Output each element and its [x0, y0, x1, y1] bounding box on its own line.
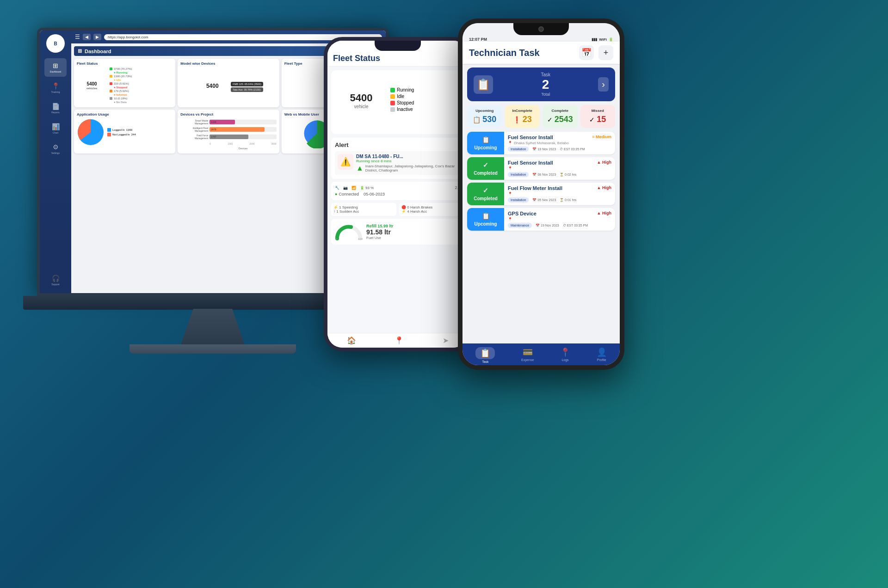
add-icon[interactable]: + — [598, 45, 613, 60]
stat-card-upcoming: Upcoming 📋 530 — [467, 105, 502, 128]
vehicle-icons-row: 🔧 📷 📶 🔋 93 % 2... — [335, 185, 461, 190]
task-date-3: 📅 05 Nov 2023 — [532, 198, 556, 202]
p2-nav-task[interactable]: 📋 Task — [475, 347, 495, 363]
p2-task-summary: 📋 Task 2 Total › — [467, 67, 615, 101]
back-button[interactable]: ◀ — [83, 34, 91, 40]
legend-dot-idle — [110, 75, 112, 78]
legend-nodata: 10 (0.18%) — [110, 97, 132, 100]
task-badge-icon-4: 📋 — [482, 212, 490, 220]
task-item-1[interactable]: 📋 Upcoming Fuel Sensor Install ≡ Medium … — [467, 132, 615, 154]
fuel-gauge-svg: 0 100 — [335, 222, 363, 241]
task-badge-label-2: Completed — [474, 171, 498, 176]
task-date-4: 📅 19 Nov 2023 — [536, 224, 559, 227]
gps-status-label: Connected — [339, 192, 359, 196]
incomplete-icon: ❗ — [513, 116, 521, 123]
fuel-value: 91.58 ltr — [366, 228, 394, 236]
legend-stopped-label: ● Stopped — [110, 86, 132, 89]
p1-title: Fleet Status — [333, 54, 462, 63]
model-wise-card: Model wise Devices — [178, 59, 279, 107]
gps-status-icon: ● — [335, 192, 337, 196]
task-meta-1: Installation 📅 19 Nov 2023 ⏱ EST 03:35 P… — [508, 147, 611, 152]
vehicle-stats: ● Connected 05-06-2023 — [335, 192, 461, 196]
task-top-3: Fuel Flow Meter Install ▲ High — [508, 185, 611, 191]
p1-legend: Running Idle Stopped — [390, 87, 414, 113]
sidebar-item-reports[interactable]: 📄 Reports — [44, 99, 67, 117]
vehicle-card: 🔧 📷 📶 🔋 93 % 2... ● Connected — [331, 182, 464, 200]
p2-nav-expense[interactable]: 💳 Expense — [521, 347, 534, 363]
stat-missed-num: 15 — [597, 115, 606, 124]
location-pin-icon-2: 📍 — [508, 166, 512, 171]
bar-label-2: Intelligent FleetManagement — [180, 127, 208, 132]
p2-task-next-arrow[interactable]: › — [598, 77, 609, 92]
fleet-donut-center: 5400 vehicles — [86, 81, 98, 90]
stat-upcoming-label: Upcoming — [470, 109, 500, 113]
task-nav-icon: 📋 — [480, 349, 490, 358]
bar-fill-2: 2479 — [210, 127, 264, 132]
bar-value-1: 1164 — [211, 121, 216, 123]
task-badge-label-4: Upcoming — [475, 221, 497, 227]
p1-nav-navigate[interactable]: ➤ — [443, 336, 449, 345]
p1-label-idle: Idle — [397, 94, 404, 99]
forward-button[interactable]: ▶ — [93, 34, 101, 40]
app-usage-pie-area: Logged In 1360 Not Logged In 244 — [77, 118, 173, 146]
fuel-section: 0 100 Refill 15.99 ltr 91.58 ltr Fuel Us… — [331, 219, 464, 245]
p1-donut-center: 5400 vehicle — [350, 92, 373, 109]
sidebar: B ⊞ Dashboard 📍 Tracking 📄 Reports 📊 Cha… — [40, 31, 71, 293]
task-top-1: Fuel Sensor Install ≡ Medium — [508, 135, 611, 140]
p2-nav-logs[interactable]: 📍 Logs — [560, 347, 570, 363]
task-name-4: GPS Device — [508, 211, 536, 216]
task-date-2: 📅 08 Nov 2023 — [532, 173, 556, 177]
fleet-legend: 3700 (70.27%) ● Running 1300 (20.73%) — [110, 67, 132, 104]
p1-alert-box: Alert ⚠️ DM SA 11-0480 - FU... Running s… — [331, 138, 464, 179]
p2-header: Technician Task 📅 + — [462, 42, 620, 64]
sidebar-item-chart[interactable]: 📊 Chart — [44, 119, 67, 138]
sidebar-item-dashboard[interactable]: ⊞ Dashboard — [44, 58, 67, 77]
legend-inactive: 170 (5.02%) — [110, 90, 132, 92]
profile-nav-icon: 👤 — [597, 347, 607, 357]
p1-fleet-donut: 5400 vehicle — [336, 75, 387, 126]
expense-nav-icon: 💳 — [523, 347, 533, 357]
harsh-acc-label: ⚡ 4 Harsh Acc — [401, 209, 462, 214]
bar-fill-1: 1164 — [210, 120, 235, 124]
task-location-4: 📍 — [508, 217, 611, 221]
app-usage-title: Application Usage — [77, 112, 173, 116]
model-total: 5400 — [206, 83, 219, 89]
task-item-2[interactable]: ✓ Completed Fuel Sensor Install ▲ High 📍… — [467, 157, 615, 180]
calendar-icon[interactable]: 📅 — [579, 45, 594, 60]
stat-missed-icon-row: ✓ 15 — [583, 115, 613, 124]
sidebar-item-support[interactable]: 🎧 Support — [44, 271, 67, 289]
task-summary-icon: 📋 — [474, 75, 493, 94]
bar-chart: Smart WasteManagement 1164 Intelligent F… — [180, 118, 276, 151]
stat-incomplete-icon-row: ❗ 23 — [508, 115, 537, 124]
fleet-donut: 5400 vehicles — [77, 71, 107, 101]
p1-nav-home[interactable]: 🏠 — [347, 336, 356, 345]
stat-complete-num: 2543 — [555, 115, 573, 124]
sidebar-item-settings[interactable]: ⚙ Settings — [44, 140, 67, 158]
task-top-4: GPS Device ▲ High — [508, 211, 611, 216]
phone2-camera — [538, 26, 544, 32]
p1-legend-idle: Idle — [390, 94, 414, 99]
sidebar-label-chart: Chart — [53, 131, 58, 134]
bar-row-3: Field ForceManagement 1757 — [180, 134, 276, 140]
legend-idle: 1300 (20.73%) — [110, 75, 132, 78]
vehicle-icon-2: 📷 — [343, 186, 348, 190]
p2-header-icons: 📅 + — [579, 45, 613, 60]
p1-nav-location[interactable]: 📍 — [395, 336, 404, 345]
fleet-total: 5400 — [86, 81, 98, 87]
p2-nav-profile[interactable]: 👤 Profile — [597, 347, 607, 363]
phone1-notch — [375, 41, 421, 51]
speeding-label: ⚡ 1 Speeding — [333, 205, 394, 209]
alert-vehicle-id: DM SA 11-0480 - FU... — [356, 154, 458, 159]
task-priority-2: ▲ High — [597, 160, 611, 165]
task-badge-4: 📋 Upcoming — [467, 208, 504, 231]
menu-icon[interactable]: ☰ — [75, 34, 80, 40]
task-location-1: 📍 Dhaka Sylhet Mohasarak, Belabo — [508, 141, 611, 145]
task-item-4[interactable]: 📋 Upcoming GPS Device ▲ High 📍 Maintenan… — [467, 208, 615, 231]
task-item-3[interactable]: ✓ Completed Fuel Flow Meter Install ▲ Hi… — [467, 183, 615, 205]
task-badge-3: ✓ Completed — [467, 183, 504, 205]
sidebar-label-support: Support — [51, 283, 60, 286]
vehicle-icon-1: 🔧 — [335, 186, 339, 190]
task-body-4: GPS Device ▲ High 📍 Maintenance 📅 19 Nov… — [504, 208, 615, 231]
sidebar-item-tracking[interactable]: 📍 Tracking — [44, 79, 67, 97]
location-pin-icon-4: 📍 — [508, 217, 512, 221]
